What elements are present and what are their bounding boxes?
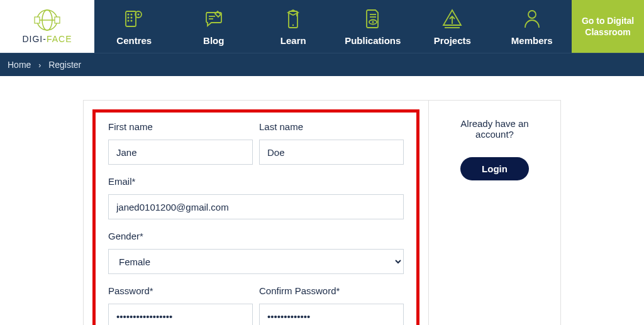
globe-icon: [33, 9, 62, 34]
nav-label: Learn: [280, 35, 306, 46]
breadcrumb-current: Register: [48, 60, 81, 70]
register-form: First name Last name Email* Gender*: [92, 109, 419, 325]
last-name-label: Last name: [259, 121, 404, 132]
already-have-account-text: Already have an account?: [440, 118, 549, 140]
email-input[interactable]: [108, 194, 404, 219]
nav-centres[interactable]: Centres: [94, 0, 174, 53]
phone-grad-icon: [282, 8, 304, 30]
nav-label: Publications: [345, 35, 401, 46]
nav-projects[interactable]: Projects: [413, 0, 492, 53]
main-nav: Centres Blog Lea: [94, 0, 572, 53]
nav-label: Centres: [116, 35, 152, 46]
logo[interactable]: DIGI-FACE: [0, 0, 94, 53]
chevron-right-icon: ›: [38, 61, 41, 70]
breadcrumb-home[interactable]: Home: [8, 60, 31, 70]
login-button[interactable]: Login: [460, 157, 529, 180]
svg-rect-3: [35, 17, 40, 23]
svg-point-21: [372, 21, 374, 23]
confirm-password-input[interactable]: [259, 304, 404, 325]
document-eye-icon: [362, 8, 384, 30]
first-name-label: First name: [108, 121, 253, 132]
email-label: Email*: [108, 176, 404, 187]
building-icon: [123, 8, 145, 30]
password-label: Password*: [108, 285, 253, 296]
gender-select[interactable]: Female: [108, 249, 404, 274]
chat-edit-icon: [203, 8, 225, 30]
last-name-input[interactable]: [259, 140, 404, 165]
go-to-classroom-button[interactable]: Go to Digital Classroom: [572, 0, 644, 53]
nav-label: Members: [511, 35, 553, 46]
nav-learn[interactable]: Learn: [253, 0, 333, 53]
svg-point-13: [138, 13, 140, 15]
svg-rect-4: [55, 17, 60, 23]
logo-text: DIGI-FACE: [22, 34, 72, 44]
nav-label: Projects: [434, 35, 471, 46]
person-icon: [521, 8, 543, 30]
confirm-password-label: Confirm Password*: [259, 285, 404, 296]
nav-members[interactable]: Members: [492, 0, 572, 53]
nav-label: Blog: [203, 35, 224, 46]
first-name-input[interactable]: [108, 140, 253, 165]
nav-blog[interactable]: Blog: [174, 0, 254, 53]
breadcrumb: Home › Register: [0, 53, 644, 76]
register-form-panel: First name Last name Email* Gender*: [84, 101, 428, 325]
content: First name Last name Email* Gender*: [83, 100, 561, 325]
svg-point-17: [292, 24, 294, 25]
nav-publications[interactable]: Publications: [333, 0, 413, 53]
gender-label: Gender*: [108, 231, 404, 241]
header: DIGI-FACE Centres: [0, 0, 644, 53]
login-side-panel: Already have an account? Login: [428, 101, 560, 325]
svg-point-24: [528, 11, 536, 18]
svg-rect-5: [126, 11, 136, 26]
triangle-up-icon: [441, 8, 464, 30]
password-input[interactable]: [108, 304, 253, 325]
